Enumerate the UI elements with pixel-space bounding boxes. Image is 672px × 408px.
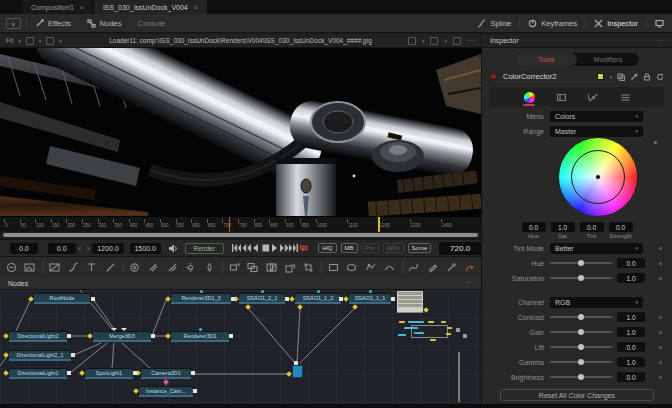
nodes-more-button[interactable]: ⋯ [465,279,473,287]
versions-icon[interactable] [617,73,625,81]
tab-iss-comp[interactable]: ISS_030_IssUnDock_V004 × [94,0,208,14]
inspector-button[interactable]: Inspector [586,14,646,32]
roi-icon[interactable] [408,37,416,45]
global-end-field[interactable]: 0.0 [48,243,76,254]
hue-slider[interactable] [550,262,612,264]
render-button[interactable]: Render [185,243,224,254]
wheel-option-dot[interactable] [654,141,657,144]
proxy-toggle[interactable]: Prx [362,243,379,253]
channel-dropdown[interactable]: RGB▾ [550,297,643,308]
slider-handle[interactable] [578,344,584,350]
contrast-slider-value[interactable]: 1.0 [617,312,645,322]
node-instance-camera[interactable]: Instance_Cam... [138,386,194,397]
node-directionallight2-1[interactable]: DirectionalLight2_1 [8,350,72,361]
saturation-slider-value[interactable]: 1.0 [617,273,645,283]
slider-handle[interactable] [578,260,584,266]
global-start-field[interactable]: 0.0 [10,243,38,254]
view-option-icon[interactable] [26,37,34,45]
modifier-dot[interactable] [659,316,662,319]
color-wheel-cursor[interactable] [595,174,601,180]
modifier-dot[interactable] [659,277,662,280]
selective-update-toggle[interactable]: Some [408,243,432,253]
tool-header[interactable]: ColorCorrector2 ▾ [490,72,664,81]
resize-tool-icon[interactable] [283,261,298,274]
modifier-dot[interactable] [659,361,662,364]
tool-enable-dot[interactable] [490,73,497,80]
node-ssao1-2-1[interactable]: SSAO1_2_1 [238,293,286,304]
node-ssao1-1-1[interactable]: SSAO1_1_1 [348,293,392,304]
bspline-mask-tool-icon[interactable] [382,261,397,274]
node-merge3d3[interactable]: Merge3D3 [92,331,152,342]
wand-tool-icon[interactable] [444,261,459,274]
paint-tool-icon[interactable] [103,261,118,274]
node-renderer3d1-3[interactable]: Renderer3D1_3 [170,293,232,304]
node-ssao1-1-2[interactable]: SSAO1_1_2 [294,293,342,304]
hue-slider-value[interactable]: 0.0 [617,258,645,268]
node-renderer3d1[interactable]: Renderer3D1 [170,331,230,342]
slider-handle[interactable] [578,329,584,335]
modifier-dot[interactable] [659,376,662,379]
node-spotlight1[interactable]: SpotLight1 [84,368,134,379]
brightness-slider[interactable] [550,376,612,378]
tab-tools[interactable]: Tools [515,53,577,66]
spline-button[interactable]: Spline [469,14,519,32]
close-icon[interactable]: × [194,4,198,11]
blur-tool-icon[interactable] [146,261,161,274]
lift-slider[interactable] [550,346,612,348]
color-corrector-tool-icon[interactable] [128,261,143,274]
background-tool-icon[interactable] [4,261,19,274]
tab-composition1[interactable]: Composition1 × [22,0,94,14]
transform-tool-icon[interactable] [227,261,242,274]
hue-value-box[interactable]: 0.0 [522,222,546,232]
saturation-slider[interactable] [550,277,612,279]
lut-icon[interactable] [430,37,438,45]
close-icon[interactable]: × [80,4,84,11]
range-dropdown[interactable]: Master▾ [550,126,643,137]
contrast-slider[interactable] [550,316,612,318]
split-view-icon[interactable] [453,37,461,45]
tab-modifiers[interactable]: Modifiers [577,53,639,66]
viewer-more-button[interactable]: ⋯ [467,37,475,45]
viewer-zoom-controls[interactable]: Fit▾ ▾ ▾ [0,37,62,45]
step-back-arrow[interactable]: ‹ [76,245,84,252]
slider-handle[interactable] [578,275,584,281]
color-wheel[interactable] [559,138,637,216]
current-frame-field[interactable]: 720.0 [439,242,481,255]
lift-slider-value[interactable]: 0.0 [617,342,645,352]
modifier-dot[interactable] [659,262,662,265]
render-start-field[interactable]: 1200.0 [92,243,123,254]
fast-rewind-button[interactable] [241,243,251,254]
inspector-more-button[interactable]: ⋯ [656,37,664,45]
modifier-dot[interactable] [659,331,662,334]
chevron-down-icon[interactable]: ▾ [609,74,612,80]
dissolve-tool-icon[interactable] [264,261,279,274]
tile-color-swatch[interactable] [597,73,604,80]
merge-tool-icon[interactable] [245,261,260,274]
goto-start-button[interactable] [232,243,242,254]
color-curves-tool-icon[interactable] [66,261,81,274]
fullscreen-button[interactable] [647,14,672,32]
view-option-icon[interactable] [46,37,54,45]
tab-curves[interactable] [586,89,600,105]
render-end-field[interactable]: 1500.0 [130,243,161,254]
playhead[interactable] [229,217,230,233]
audio-icon[interactable] [168,244,177,253]
strength-value-box[interactable]: 0.0 [609,222,633,232]
reset-all-color-changes-button[interactable]: Reset All Color Changes [500,389,654,401]
paint-stroke-tool-icon[interactable] [406,261,421,274]
hiq-toggle[interactable]: HiQ [318,243,336,253]
effects-button[interactable]: Effects [27,14,79,32]
sat-value-box[interactable]: 1.0 [551,222,575,232]
fast-forward-button[interactable] [280,243,290,254]
node-rootnode[interactable]: RootNode [33,293,91,304]
stop-button[interactable] [260,243,270,254]
motionblur-toggle[interactable]: MB [341,243,358,253]
text-tool-icon[interactable] [84,261,99,274]
graph-scrollbar[interactable] [458,352,460,402]
defocus-tool-icon[interactable] [202,261,217,274]
lock-icon[interactable] [643,73,651,81]
node-directionallight1[interactable]: DirectionalLight1 [8,368,68,379]
loop-button[interactable] [299,243,309,254]
goto-end-button[interactable] [289,243,299,254]
modifier-dot[interactable] [659,346,662,349]
